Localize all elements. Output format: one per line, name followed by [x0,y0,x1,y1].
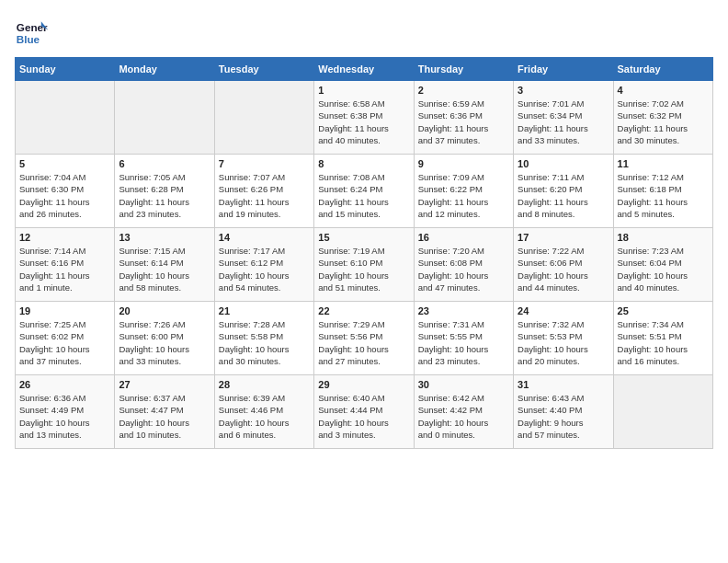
week-row-1: 1Sunrise: 6:58 AM Sunset: 6:38 PM Daylig… [16,81,713,155]
day-number: 27 [119,379,210,390]
day-cell-20: 20Sunrise: 7:26 AM Sunset: 6:00 PM Dayli… [115,302,214,375]
day-number: 9 [418,158,509,169]
day-cell-16: 16Sunrise: 7:20 AM Sunset: 6:08 PM Dayli… [414,228,513,302]
day-number: 5 [19,158,110,169]
weekday-header-friday: Friday [514,58,613,81]
day-cell-8: 8Sunrise: 7:08 AM Sunset: 6:24 PM Daylig… [314,155,414,228]
day-info: Sunrise: 7:05 AM Sunset: 6:28 PM Dayligh… [119,171,210,220]
weekday-header-thursday: Thursday [414,58,513,81]
day-number: 13 [119,232,210,243]
logo: General Blue [15,15,48,48]
day-number: 6 [119,158,210,169]
day-cell-10: 10Sunrise: 7:11 AM Sunset: 6:20 PM Dayli… [514,155,613,228]
weekday-header-monday: Monday [115,58,214,81]
day-info: Sunrise: 7:28 AM Sunset: 5:58 PM Dayligh… [219,318,310,367]
day-number: 26 [19,379,110,390]
day-cell-18: 18Sunrise: 7:23 AM Sunset: 6:04 PM Dayli… [613,228,712,302]
day-cell-22: 22Sunrise: 7:29 AM Sunset: 5:56 PM Dayli… [314,302,414,375]
day-number: 20 [119,305,210,316]
day-number: 2 [418,85,509,96]
weekday-header-tuesday: Tuesday [214,58,313,81]
day-info: Sunrise: 6:40 AM Sunset: 4:44 PM Dayligh… [318,392,409,441]
day-cell-30: 30Sunrise: 6:42 AM Sunset: 4:42 PM Dayli… [414,375,513,449]
day-info: Sunrise: 7:29 AM Sunset: 5:56 PM Dayligh… [318,318,409,367]
day-cell-28: 28Sunrise: 6:39 AM Sunset: 4:46 PM Dayli… [214,375,313,449]
day-number: 15 [318,232,409,243]
day-number: 11 [618,158,709,169]
day-number: 23 [418,305,509,316]
day-number: 12 [19,232,110,243]
empty-cell [16,81,115,155]
day-number: 31 [518,379,609,390]
page-header: General Blue [15,15,713,48]
day-info: Sunrise: 7:12 AM Sunset: 6:18 PM Dayligh… [618,171,709,220]
day-info: Sunrise: 7:32 AM Sunset: 5:53 PM Dayligh… [518,318,609,367]
day-cell-26: 26Sunrise: 6:36 AM Sunset: 4:49 PM Dayli… [16,375,115,449]
day-info: Sunrise: 6:42 AM Sunset: 4:42 PM Dayligh… [418,392,509,441]
svg-text:Blue: Blue [17,33,40,45]
day-info: Sunrise: 7:26 AM Sunset: 6:00 PM Dayligh… [119,318,210,367]
day-number: 10 [518,158,609,169]
day-number: 3 [518,85,609,96]
day-number: 29 [318,379,409,390]
day-cell-29: 29Sunrise: 6:40 AM Sunset: 4:44 PM Dayli… [314,375,414,449]
day-cell-12: 12Sunrise: 7:14 AM Sunset: 6:16 PM Dayli… [16,228,115,302]
day-cell-21: 21Sunrise: 7:28 AM Sunset: 5:58 PM Dayli… [214,302,313,375]
week-row-4: 19Sunrise: 7:25 AM Sunset: 6:02 PM Dayli… [16,302,713,375]
day-cell-13: 13Sunrise: 7:15 AM Sunset: 6:14 PM Dayli… [115,228,214,302]
day-info: Sunrise: 7:11 AM Sunset: 6:20 PM Dayligh… [518,171,609,220]
day-cell-19: 19Sunrise: 7:25 AM Sunset: 6:02 PM Dayli… [16,302,115,375]
day-info: Sunrise: 7:08 AM Sunset: 6:24 PM Dayligh… [318,171,409,220]
week-row-3: 12Sunrise: 7:14 AM Sunset: 6:16 PM Dayli… [16,228,713,302]
weekday-header-saturday: Saturday [613,58,712,81]
day-info: Sunrise: 7:15 AM Sunset: 6:14 PM Dayligh… [119,245,210,293]
week-row-5: 26Sunrise: 6:36 AM Sunset: 4:49 PM Dayli… [16,375,713,449]
day-info: Sunrise: 6:39 AM Sunset: 4:46 PM Dayligh… [219,392,310,441]
day-number: 28 [219,379,310,390]
empty-cell [214,81,313,155]
day-number: 14 [219,232,310,243]
day-number: 1 [318,85,409,96]
weekday-header-sunday: Sunday [16,58,115,81]
day-info: Sunrise: 7:09 AM Sunset: 6:22 PM Dayligh… [418,171,509,220]
day-info: Sunrise: 6:59 AM Sunset: 6:36 PM Dayligh… [418,98,509,146]
day-info: Sunrise: 7:04 AM Sunset: 6:30 PM Dayligh… [19,171,110,220]
day-info: Sunrise: 7:31 AM Sunset: 5:55 PM Dayligh… [418,318,509,367]
day-number: 30 [418,379,509,390]
week-row-2: 5Sunrise: 7:04 AM Sunset: 6:30 PM Daylig… [16,155,713,228]
day-number: 7 [219,158,310,169]
day-info: Sunrise: 7:07 AM Sunset: 6:26 PM Dayligh… [219,171,310,220]
day-cell-3: 3Sunrise: 7:01 AM Sunset: 6:34 PM Daylig… [514,81,613,155]
day-cell-24: 24Sunrise: 7:32 AM Sunset: 5:53 PM Dayli… [514,302,613,375]
day-info: Sunrise: 7:17 AM Sunset: 6:12 PM Dayligh… [219,245,310,293]
day-info: Sunrise: 6:58 AM Sunset: 6:38 PM Dayligh… [318,98,409,146]
empty-cell [115,81,214,155]
day-number: 24 [518,305,609,316]
day-number: 17 [518,232,609,243]
day-number: 25 [618,305,709,316]
day-info: Sunrise: 7:19 AM Sunset: 6:10 PM Dayligh… [318,245,409,293]
day-number: 4 [618,85,709,96]
day-number: 16 [418,232,509,243]
day-number: 19 [19,305,110,316]
day-cell-1: 1Sunrise: 6:58 AM Sunset: 6:38 PM Daylig… [314,81,414,155]
day-cell-15: 15Sunrise: 7:19 AM Sunset: 6:10 PM Dayli… [314,228,414,302]
day-cell-6: 6Sunrise: 7:05 AM Sunset: 6:28 PM Daylig… [115,155,214,228]
day-cell-23: 23Sunrise: 7:31 AM Sunset: 5:55 PM Dayli… [414,302,513,375]
day-cell-2: 2Sunrise: 6:59 AM Sunset: 6:36 PM Daylig… [414,81,513,155]
day-info: Sunrise: 7:22 AM Sunset: 6:06 PM Dayligh… [518,245,609,293]
day-info: Sunrise: 6:37 AM Sunset: 4:47 PM Dayligh… [119,392,210,441]
weekday-header-row: SundayMondayTuesdayWednesdayThursdayFrid… [16,58,713,81]
day-number: 21 [219,305,310,316]
day-info: Sunrise: 6:43 AM Sunset: 4:40 PM Dayligh… [518,392,609,441]
day-cell-25: 25Sunrise: 7:34 AM Sunset: 5:51 PM Dayli… [613,302,712,375]
day-number: 22 [318,305,409,316]
day-cell-27: 27Sunrise: 6:37 AM Sunset: 4:47 PM Dayli… [115,375,214,449]
day-info: Sunrise: 7:23 AM Sunset: 6:04 PM Dayligh… [618,245,709,293]
day-info: Sunrise: 7:14 AM Sunset: 6:16 PM Dayligh… [19,245,110,293]
weekday-header-wednesday: Wednesday [314,58,414,81]
day-info: Sunrise: 6:36 AM Sunset: 4:49 PM Dayligh… [19,392,110,441]
calendar-table: SundayMondayTuesdayWednesdayThursdayFrid… [15,57,713,449]
day-cell-14: 14Sunrise: 7:17 AM Sunset: 6:12 PM Dayli… [214,228,313,302]
day-cell-9: 9Sunrise: 7:09 AM Sunset: 6:22 PM Daylig… [414,155,513,228]
